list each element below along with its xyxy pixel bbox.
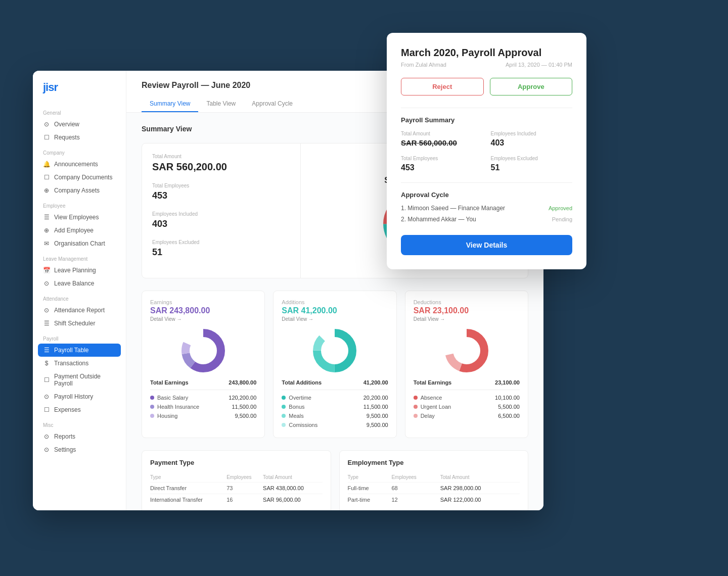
sidebar-item-view-employees[interactable]: ☰ View Employees (33, 211, 126, 224)
sidebar-item-payroll-history[interactable]: ⊙ Payroll History (33, 390, 126, 403)
tab-table[interactable]: Table View (198, 96, 244, 112)
modal-stats-grid: Total Amount SAR 560,000.00 Employees In… (401, 131, 572, 172)
modal-date: April 13, 2020 — 01:40 PM (506, 62, 572, 68)
col-employees: Employees (226, 472, 263, 483)
employment-type-card: Employment Type Type Employees Total Amo… (339, 450, 529, 510)
svg-point-15 (453, 338, 480, 364)
leave-planning-icon: 📅 (43, 267, 50, 274)
stat-total-employees: Total Employees 453 (152, 183, 290, 201)
additions-detail-link[interactable]: Detail View → (282, 316, 388, 322)
sidebar-item-requests[interactable]: ☐ Requests (33, 131, 126, 144)
earnings-detail-link[interactable]: Detail View → (150, 316, 256, 322)
table-row: Full-time68SAR 298,000.00 (348, 483, 520, 494)
modal-actions: Reject Approve (401, 78, 572, 95)
section-label-attendance: Attendance (33, 290, 126, 304)
modal-stat-employees-included: Employees Included 403 (491, 131, 573, 148)
col-amount: Total Amount (440, 472, 520, 483)
list-item: Meals9,500.00 (282, 411, 388, 420)
list-item: Absence10,100.00 (414, 393, 520, 402)
sidebar-item-leave-planning[interactable]: 📅 Leave Planning (33, 264, 126, 277)
deductions-card: Deductions SAR 23,100.00 Detail View → T… (405, 291, 528, 438)
sidebar-item-add-employee[interactable]: ⊕ Add Employee (33, 224, 126, 237)
overview-icon: ⊙ (43, 121, 50, 128)
shift-icon: ☰ (43, 320, 50, 327)
sidebar-item-leave-balance[interactable]: ⊙ Leave Balance (33, 277, 126, 290)
sidebar-item-attendance-report[interactable]: ⊙ Attendance Report (33, 304, 126, 317)
sidebar-item-announcements[interactable]: 🔔 Announcements (33, 158, 126, 171)
svg-point-12 (322, 338, 348, 364)
sidebar-item-settings[interactable]: ⊙ Settings (33, 443, 126, 456)
col-employees: Employees (391, 472, 440, 483)
tab-summary[interactable]: Summary View (142, 96, 198, 112)
list-item: Basic Salary120,200.00 (150, 393, 256, 402)
payment-type-table: Type Employees Total Amount Direct Trans… (150, 472, 323, 505)
payroll-approval-modal: March 2020, Payroll Approval From Zulal … (387, 33, 586, 269)
earnings-items: Basic Salary120,200.00Health Insurance11… (150, 393, 256, 420)
employment-type-table: Type Employees Total Amount Full-time68S… (348, 472, 520, 505)
earnings-total-row: Total Earnings 243,800.00 (150, 379, 256, 390)
payroll-table-icon: ☰ (43, 347, 50, 354)
tables-row: Payment Type Type Employees Total Amount… (142, 450, 528, 510)
deductions-detail-link[interactable]: Detail View → (414, 316, 520, 322)
reject-button[interactable]: Reject (401, 78, 484, 95)
list-item: Health Insurance11,500.00 (150, 402, 256, 411)
sidebar-item-org-chart[interactable]: ✉ Organisation Chart (33, 237, 126, 250)
modal-stat-total-employees: Total Employees 453 (401, 156, 483, 172)
payroll-summary-title: Payroll Summary (401, 116, 572, 124)
add-employee-icon: ⊕ (43, 227, 50, 234)
sidebar-item-transactions[interactable]: $ Transactions (33, 357, 126, 370)
reports-icon: ⊙ (43, 433, 50, 440)
stat-employees-excluded: Employees Excluded 51 (152, 239, 290, 258)
view-employees-icon: ☰ (43, 214, 50, 221)
table-row: Part-time12SAR 122,000.00 (348, 494, 520, 506)
org-chart-icon: ✉ (43, 240, 50, 247)
sidebar-item-expenses[interactable]: ☐ Expenses (33, 403, 126, 416)
sidebar-item-payroll-table[interactable]: ☰ Payroll Table (38, 344, 121, 357)
table-row: Direct Transfer73SAR 438,000.00 (150, 483, 323, 494)
sidebar-item-overview[interactable]: ⊙ Overview (33, 118, 126, 131)
list-item: Delay6,500.00 (414, 411, 520, 420)
section-label-payroll: Payroll (33, 330, 126, 344)
transactions-icon: $ (43, 360, 50, 367)
modal-meta: From Zulal Ahmad April 13, 2020 — 01:40 … (401, 62, 572, 68)
section-label-misc: Misc (33, 416, 126, 430)
leave-balance-icon: ⊙ (43, 280, 50, 287)
logo: jisr (33, 81, 126, 104)
list-item: Overtime20,200.00 (282, 393, 388, 402)
attendance-icon: ⊙ (43, 307, 50, 314)
col-amount: Total Amount (263, 472, 322, 483)
sidebar-item-company-documents[interactable]: ☐ Company Documents (33, 171, 126, 184)
additions-card: Additions SAR 41,200.00 Detail View → To… (273, 291, 396, 438)
modal-from: From Zulal Ahmad (401, 62, 446, 68)
sidebar-item-shift-scheduler[interactable]: ☰ Shift Scheduler (33, 317, 126, 330)
additions-total-row: Total Additions 41,200.00 (282, 379, 388, 390)
approval-cycle-title: Approval Cycle (401, 191, 572, 199)
sidebar-item-reports[interactable]: ⊙ Reports (33, 430, 126, 443)
settings-icon: ⊙ (43, 446, 50, 453)
approve-button[interactable]: Approve (490, 78, 573, 95)
stat-total-amount: Total Amount SAR 560,200.00 (152, 154, 290, 173)
earnings-donut (150, 328, 256, 373)
list-item: Urgent Loan5,500.00 (414, 402, 520, 411)
col-type: Type (150, 472, 226, 483)
additions-items: Overtime20,200.00Bonus11,500.00Meals9,50… (282, 393, 388, 429)
assets-icon: ⊕ (43, 187, 50, 194)
modal-divider (401, 108, 572, 108)
view-details-button[interactable]: View Details (401, 235, 572, 255)
documents-icon: ☐ (43, 174, 50, 181)
approver-row-1: 1. Mimoon Saeed — Finance Manager Approv… (401, 205, 572, 212)
deductions-items: Absence10,100.00Urgent Loan5,500.00Delay… (414, 393, 520, 420)
deductions-total-row: Total Earnings 23,100.00 (414, 379, 520, 390)
modal-stat-employees-excluded: Employees Excluded 51 (491, 156, 573, 172)
sidebar: jisr General ⊙ Overview ☐ Requests Compa… (33, 71, 126, 510)
section-label-general: General (33, 104, 126, 118)
list-item: Bonus11,500.00 (282, 402, 388, 411)
sidebar-item-payment-outside[interactable]: ☐ Payment Outside Payroll (33, 370, 126, 390)
list-item: Comissions9,500.00 (282, 420, 388, 429)
requests-icon: ☐ (43, 134, 50, 141)
tab-approval[interactable]: Approval Cycle (244, 96, 301, 112)
modal-title: March 2020, Payroll Approval (401, 47, 572, 59)
col-type: Type (348, 472, 392, 483)
table-row: International Transfer16SAR 96,000.00 (150, 494, 323, 506)
sidebar-item-company-assets[interactable]: ⊕ Company Assets (33, 184, 126, 197)
